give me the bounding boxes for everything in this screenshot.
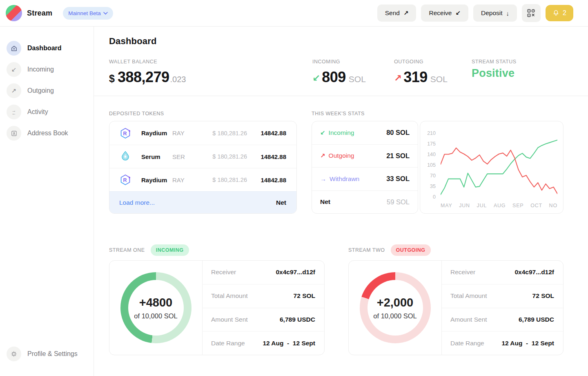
stream-status-block: STREAM STATUS Positive [472,59,517,86]
send-label: Send [385,9,400,17]
stat-label: Outgoing [329,152,354,159]
week-stats-label: THIS WEEK'S STATS [312,111,564,116]
sidebar-item-dashboard[interactable]: Dashboard [7,41,94,56]
token-name: Serum [141,153,172,160]
outgoing-unit: SOL [430,74,448,84]
topbar-actions: Send ↗ Receive ↙ Deposit ↓ [377,4,573,22]
deposit-button[interactable]: Deposit ↓ [473,4,517,22]
transfer-arrows-icon: → ← [7,105,21,119]
stat-value: 59 SOL [387,198,410,206]
sidebar-item-address-book[interactable]: Address Book [7,126,94,141]
deposited-tokens-section: DEPOSITED TOKENS R [109,111,297,214]
divider [94,96,588,96]
sidebar-item-label: Outgoing [27,87,54,94]
qr-scan-button[interactable] [522,4,541,22]
week-activity-chart [441,133,557,199]
token-price: $ 180,281.26 [212,130,247,137]
serum-icon [119,150,131,163]
stream-status-label: STREAM STATUS [472,59,517,65]
bell-icon [552,9,559,17]
home-icon [7,41,21,56]
notifications-button[interactable]: 2 [546,5,573,21]
stream-two-card: +2,000 of 10,000 SOL Receiver 0x4c97...d… [348,260,564,355]
detail-row-total-amount: Total Amount 72 SOL [442,284,563,308]
qr-code-icon [527,9,535,17]
sidebar-item-activity[interactable]: → ← Activity [7,105,94,119]
arrow-up-right-icon: ↗ [320,152,325,159]
arrow-down-left-icon: ↙ [320,129,325,137]
stat-label: Withdrawn [330,175,359,183]
incoming-value: 809 [322,69,346,86]
page-title: Dashboard [109,36,588,47]
load-more-link[interactable]: Load more... [119,199,155,206]
arrow-down-left-icon: ↙ [7,62,21,77]
token-amount: 14842.88 [251,177,286,184]
detail-row-receiver: Receiver 0x4c97...d12f [442,261,563,284]
svg-text:R: R [123,130,127,136]
stat-label: Incoming [329,129,354,137]
token-symbol: SER [172,153,185,160]
send-button[interactable]: Send ↗ [377,4,416,22]
arrow-up-right-icon: ↗ [403,9,409,17]
currency-symbol: $ [109,73,115,85]
stat-row-incoming: ↙ Incoming 80 SOL [312,121,418,144]
sidebar-item-outgoing[interactable]: ↗ Outgoing [7,83,94,98]
sidebar: Dashboard ↙ Incoming ↗ Outgoing → ← Acti… [0,27,94,376]
stat-value: 80 SOL [386,129,410,137]
outgoing-value: 319 [403,69,428,86]
stream-one-label: STREAM ONE [109,247,145,253]
token-amount: 14842.88 [251,130,286,137]
arrow-right-icon: → [320,175,326,182]
token-symbol: RAY [172,177,185,184]
wallet-balance-fraction: .023 [170,75,186,84]
receive-button[interactable]: Receive ↙ [421,4,468,22]
deposited-tokens-table: R Raydium RAY $ 180,281.26 14842.88 [109,121,297,214]
raydium-icon: R [119,174,131,186]
stream-total: of 10,000 SOL [134,312,177,320]
sidebar-item-label: Address Book [27,130,68,137]
stream-progress: +2,000 of 10,000 SOL [349,261,442,355]
svg-text:R: R [123,177,127,183]
sidebar-item-incoming[interactable]: ↙ Incoming [7,62,94,77]
incoming-unit: SOL [349,74,366,84]
sidebar-item-label: Dashboard [27,45,62,52]
outgoing-label: OUTGOING [394,59,472,65]
network-label: Mainnet Beta [68,10,101,16]
chevron-down-icon [103,12,108,15]
detail-row-date-range: Date Range 12 Aug - 12 Sept [203,331,324,355]
stat-row-withdrawn: → Withdrawn 33 SOL [312,167,418,190]
arrow-down-left-icon: ↙ [312,73,320,84]
detail-row-amount-sent: Amount Sent 6,789 USDC [442,308,563,331]
outgoing-block: OUTGOING ↗ 319 SOL [394,59,472,86]
topbar: Stream Mainnet Beta Send ↗ Receive ↙ Dep… [0,0,588,27]
deposit-label: Deposit [481,9,503,17]
token-amount: 14842.88 [251,153,286,160]
token-price: $ 180,281.26 [212,177,247,183]
stream-details: Receiver 0x4c97...d12f Total Amount 72 S… [442,261,563,355]
table-row[interactable]: R Raydium RAY $ 180,281.26 14842.88 [109,168,296,191]
brand-name: Stream [27,9,52,18]
token-name: Raydium [141,177,172,184]
status-badge: INCOMING [151,244,189,256]
detail-row-total-amount: Total Amount 72 SOL [203,284,324,308]
table-row[interactable]: R Raydium RAY $ 180,281.26 14842.88 [109,121,296,145]
receive-label: Receive [429,9,452,17]
raydium-icon: R [119,127,131,139]
summary-row: WALLET BALANCE $ 388,279 .023 INCOMING ↙… [109,59,588,86]
wallet-balance-block: WALLET BALANCE $ 388,279 .023 [109,59,312,86]
stat-label: Net [320,198,330,206]
arrow-down-icon: ↓ [506,10,510,17]
status-badge: OUTGOING [391,244,431,256]
stream-progress: +4800 of 10,000 SOL [109,261,203,355]
stream-total: of 10,000 SOL [373,312,416,320]
sidebar-item-label: Activity [27,108,48,116]
network-selector[interactable]: Mainnet Beta [63,7,113,20]
stat-value: 33 SOL [386,175,410,183]
table-row[interactable]: Serum SER $ 180,281.26 14842.88 [109,145,296,168]
stream-details: Receiver 0x4c97...d12f Total Amount 72 S… [203,261,324,355]
week-activity-chart-card: 21017514010570350 MAYJUNJULAUGSEPOCTNO [420,121,564,214]
sidebar-item-profile-settings[interactable]: Profile & Settings [7,347,94,361]
stream-two-label: STREAM TWO [348,247,385,253]
arrow-down-left-icon: ↙ [455,9,461,17]
arrow-up-right-icon: ↗ [7,83,21,98]
